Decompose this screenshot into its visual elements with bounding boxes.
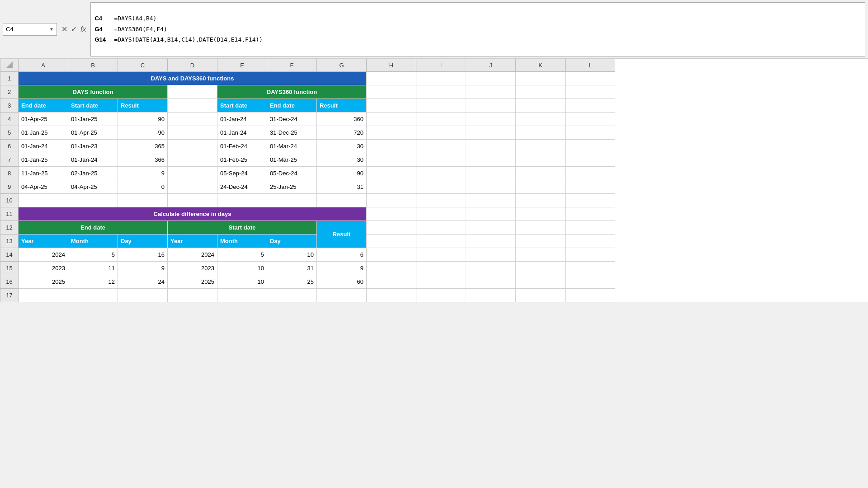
cell-D7[interactable] <box>168 153 217 167</box>
cell-K4[interactable] <box>516 113 566 126</box>
cell-G9[interactable]: 31 <box>317 180 367 194</box>
cell-I16[interactable] <box>416 275 466 289</box>
cell-J12[interactable] <box>466 221 516 235</box>
cell-F13[interactable]: Day <box>267 235 317 248</box>
cell-D6[interactable] <box>168 140 217 153</box>
cell-G14[interactable]: 6 <box>317 248 367 262</box>
cell-D4[interactable] <box>168 113 217 126</box>
cell-B17[interactable] <box>68 289 118 302</box>
cell-K6[interactable] <box>516 140 566 153</box>
cell-I3[interactable] <box>416 99 466 113</box>
cell-E5[interactable]: 01-Jan-24 <box>217 126 267 140</box>
cell-E7[interactable]: 01-Feb-25 <box>217 153 267 167</box>
col-header-J[interactable]: J <box>466 59 516 72</box>
cell-H9[interactable] <box>367 180 416 194</box>
cell-J13[interactable] <box>466 235 516 248</box>
cell-F15[interactable]: 31 <box>267 262 317 275</box>
cell-B16[interactable]: 12 <box>68 275 118 289</box>
row-header-15[interactable]: 15 <box>0 262 19 275</box>
cell-E17[interactable] <box>217 289 267 302</box>
cell-J4[interactable] <box>466 113 516 126</box>
cell-A6[interactable]: 01-Jan-24 <box>19 140 68 153</box>
cell-J9[interactable] <box>466 180 516 194</box>
cell-H3[interactable] <box>367 99 416 113</box>
cell-D5[interactable] <box>168 126 217 140</box>
cell-F4[interactable]: 31-Dec-24 <box>267 113 317 126</box>
name-box-dropdown-icon[interactable]: ▼ <box>49 27 54 32</box>
row-header-9[interactable]: 9 <box>0 180 19 194</box>
cell-I7[interactable] <box>416 153 466 167</box>
cell-L16[interactable] <box>566 275 615 289</box>
cell-B10[interactable] <box>68 194 118 207</box>
cell-C7[interactable]: 366 <box>118 153 168 167</box>
cell-H7[interactable] <box>367 153 416 167</box>
cell-L8[interactable] <box>566 167 615 180</box>
cell-F16[interactable]: 25 <box>267 275 317 289</box>
cell-D8[interactable] <box>168 167 217 180</box>
cell-G6[interactable]: 30 <box>317 140 367 153</box>
cell-E15[interactable]: 10 <box>217 262 267 275</box>
col-header-L[interactable]: L <box>566 59 615 72</box>
cell-D9[interactable] <box>168 180 217 194</box>
cell-B13[interactable]: Month <box>68 235 118 248</box>
cell-B15[interactable]: 11 <box>68 262 118 275</box>
row-header-11[interactable]: 11 <box>0 207 19 221</box>
confirm-icon[interactable]: ✓ <box>71 25 77 33</box>
cell-D2[interactable] <box>168 85 217 99</box>
cell-L12[interactable] <box>566 221 615 235</box>
cell-E13[interactable]: Month <box>217 235 267 248</box>
cell-F10[interactable] <box>267 194 317 207</box>
cell-D10[interactable] <box>168 194 217 207</box>
cell-H5[interactable] <box>367 126 416 140</box>
cell-A4[interactable]: 01-Apr-25 <box>19 113 68 126</box>
cell-L13[interactable] <box>566 235 615 248</box>
cell-I8[interactable] <box>416 167 466 180</box>
cell-D14[interactable]: 2024 <box>168 248 217 262</box>
cell-B7[interactable]: 01-Jan-24 <box>68 153 118 167</box>
col-header-E[interactable]: E <box>217 59 267 72</box>
col-header-G[interactable]: G <box>317 59 367 72</box>
cell-J6[interactable] <box>466 140 516 153</box>
cell-H12[interactable] <box>367 221 416 235</box>
cell-I4[interactable] <box>416 113 466 126</box>
cell-H2[interactable] <box>367 85 416 99</box>
cell-K15[interactable] <box>516 262 566 275</box>
cell-E14[interactable]: 5 <box>217 248 267 262</box>
cell-F5[interactable]: 31-Dec-25 <box>267 126 317 140</box>
cell-L15[interactable] <box>566 262 615 275</box>
cell-I5[interactable] <box>416 126 466 140</box>
cell-I15[interactable] <box>416 262 466 275</box>
cell-I14[interactable] <box>416 248 466 262</box>
cell-I17[interactable] <box>416 289 466 302</box>
cell-I1[interactable] <box>416 72 466 85</box>
cell-J1[interactable] <box>466 72 516 85</box>
col-header-I[interactable]: I <box>416 59 466 72</box>
cell-A1[interactable]: DAYS and DAYS360 functions <box>19 72 367 85</box>
cell-H1[interactable] <box>367 72 416 85</box>
cell-H8[interactable] <box>367 167 416 180</box>
cell-I2[interactable] <box>416 85 466 99</box>
cell-E16[interactable]: 10 <box>217 275 267 289</box>
cell-G12[interactable]: Result <box>317 221 367 248</box>
row-header-6[interactable]: 6 <box>0 140 19 153</box>
cell-L10[interactable] <box>566 194 615 207</box>
cell-H4[interactable] <box>367 113 416 126</box>
cell-B9[interactable]: 04-Apr-25 <box>68 180 118 194</box>
cell-E6[interactable]: 01-Feb-24 <box>217 140 267 153</box>
cell-G16[interactable]: 60 <box>317 275 367 289</box>
cell-F3[interactable]: End date <box>267 99 317 113</box>
function-icon[interactable]: fx <box>80 25 86 33</box>
cell-C6[interactable]: 365 <box>118 140 168 153</box>
cell-A15[interactable]: 2023 <box>19 262 68 275</box>
row-header-1[interactable]: 1 <box>0 72 19 85</box>
cell-G4[interactable]: 360 <box>317 113 367 126</box>
cell-L6[interactable] <box>566 140 615 153</box>
row-header-3[interactable]: 3 <box>0 99 19 113</box>
cell-L14[interactable] <box>566 248 615 262</box>
row-header-14[interactable]: 14 <box>0 248 19 262</box>
col-header-F[interactable]: F <box>267 59 317 72</box>
cell-J10[interactable] <box>466 194 516 207</box>
cell-G15[interactable]: 9 <box>317 262 367 275</box>
col-header-B[interactable]: B <box>68 59 118 72</box>
cell-C9[interactable]: 0 <box>118 180 168 194</box>
